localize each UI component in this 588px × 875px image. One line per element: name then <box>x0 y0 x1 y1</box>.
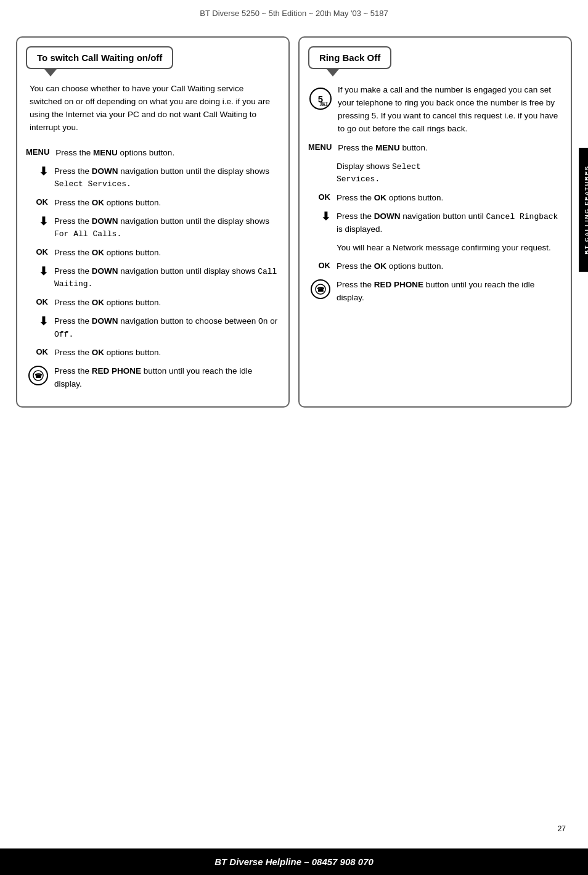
key-5-icon: 5 JKL <box>309 88 332 110</box>
left-step-ok4-text: Press the OK options button. <box>54 347 280 359</box>
left-step-ok2-label: OK <box>26 247 54 257</box>
red-phone-icon-left: ☎ <box>28 366 48 385</box>
sidebar-tab: BT CALLING FEATURES <box>579 148 588 272</box>
right-step-display-spacer <box>308 160 337 161</box>
left-step-phone-icon-cell: ☎ <box>26 365 54 385</box>
left-step-ok2: OK Press the OK options button. <box>23 247 282 259</box>
left-step-menu: MENU Press the MENU options button. <box>23 147 282 159</box>
left-step-down4-text: Press the DOWN navigation button to choo… <box>54 315 280 340</box>
right-step-network-spacer <box>308 242 337 242</box>
right-panel-title-box: Ring Back Off <box>308 46 391 69</box>
right-notch <box>327 69 339 76</box>
left-step-ok3-label: OK <box>26 297 54 306</box>
left-steps: MENU Press the MENU options button. ⬇ Pr… <box>17 147 288 390</box>
panels-wrapper: To switch Call Waiting on/off You can ch… <box>0 24 588 420</box>
right-step-phone-text: Press the RED PHONE button until you rea… <box>337 279 562 304</box>
right-steps: MENU Press the MENU button. Display show… <box>300 139 571 304</box>
down-arrow-icon-1: ⬇ <box>39 166 48 177</box>
down-arrow-icon-3: ⬇ <box>39 266 48 277</box>
left-step-down4: ⬇ Press the DOWN navigation button to ch… <box>23 315 282 340</box>
left-panel-title-box: To switch Call Waiting on/off <box>26 46 173 69</box>
left-panel-title-area: To switch Call Waiting on/off <box>17 38 288 76</box>
left-step-down2: ⬇ Press the DOWN navigation button until… <box>23 215 282 240</box>
svg-text:☎: ☎ <box>317 286 325 293</box>
right-step-ok2-text: Press the OK options button. <box>337 260 562 273</box>
right-panel: Ring Back Off 5 JKL If you make a call a… <box>298 36 572 408</box>
left-intro: You can choose whether to have your Call… <box>17 76 288 138</box>
left-intro-text: You can choose whether to have your Call… <box>30 84 270 132</box>
jkl-label: JKL <box>319 102 329 107</box>
left-step-ok1-text: Press the OK options button. <box>54 197 280 209</box>
left-step-down3-icon: ⬇ <box>26 265 54 277</box>
page: BT Diverse 5250 ~ 5th Edition ~ 20th May… <box>0 0 588 875</box>
svg-text:☎: ☎ <box>35 372 43 379</box>
right-intro-text: If you make a call and the number is eng… <box>338 84 561 136</box>
page-header: BT Diverse 5250 ~ 5th Edition ~ 20th May… <box>0 0 588 24</box>
left-step-down2-text: Press the DOWN navigation button until t… <box>54 215 280 240</box>
left-step-ok3-text: Press the OK options button. <box>54 297 280 309</box>
left-step-ok1: OK Press the OK options button. <box>23 197 282 209</box>
left-step-down2-icon: ⬇ <box>26 215 54 227</box>
left-step-menu-label: MENU <box>26 147 55 157</box>
down-arrow-icon-right1: ⬇ <box>321 211 330 222</box>
left-step-menu-text: Press the MENU options button. <box>55 147 280 159</box>
right-intro-row: 5 JKL If you make a call and the number … <box>300 76 571 139</box>
page-number: 27 <box>558 824 566 833</box>
down-arrow-icon-4: ⬇ <box>39 316 48 327</box>
right-step-ok2: OK Press the OK options button. <box>306 260 565 273</box>
right-step-network-text: You will hear a Network message confirmi… <box>337 242 562 254</box>
left-panel-title: To switch Call Waiting on/off <box>37 52 162 63</box>
left-step-ok1-label: OK <box>26 197 54 207</box>
right-step-phone: ☎ Press the RED PHONE button until you r… <box>306 279 565 304</box>
left-step-down1: ⬇ Press the DOWN navigation button until… <box>23 165 282 191</box>
left-step-ok3: OK Press the OK options button. <box>23 297 282 309</box>
down-arrow-icon-2: ⬇ <box>39 216 48 227</box>
right-step-network: You will hear a Network message confirmi… <box>306 242 565 254</box>
phone-svg-left: ☎ <box>33 370 44 381</box>
left-step-ok4: OK Press the OK options button. <box>23 347 282 359</box>
left-step-ok2-text: Press the OK options button. <box>54 247 280 259</box>
footer-bar: BT Diverse Helpline – 08457 908 070 <box>0 848 588 875</box>
left-step-down1-icon: ⬇ <box>26 165 54 177</box>
sidebar-tab-text: BT CALLING FEATURES <box>583 165 588 255</box>
page-number-text: 27 <box>558 824 566 833</box>
right-step-menu-text: Press the MENU button. <box>338 142 562 154</box>
right-step-phone-icon-cell: ☎ <box>308 279 337 299</box>
red-phone-icon-right: ☎ <box>311 279 330 299</box>
left-step-down1-text: Press the DOWN navigation button until t… <box>54 165 280 191</box>
left-step-phone-text: Press the RED PHONE button until you rea… <box>54 365 280 390</box>
header-title: BT Diverse 5250 ~ 5th Edition ~ 20th May… <box>200 9 388 18</box>
right-step-down1-icon: ⬇ <box>308 210 337 222</box>
right-step-down1-text: Press the DOWN navigation button until C… <box>337 210 562 236</box>
footer-text: BT Diverse Helpline – 08457 908 070 <box>214 857 374 867</box>
right-intro-content: If you make a call and the number is eng… <box>338 85 558 133</box>
right-panel-title-area: Ring Back Off <box>300 38 571 76</box>
right-step-ok1-label: OK <box>308 192 337 202</box>
left-step-down3: ⬇ Press the DOWN navigation button until… <box>23 265 282 290</box>
left-step-ok4-label: OK <box>26 347 54 356</box>
right-step-menu: MENU Press the MENU button. <box>306 142 565 154</box>
left-panel: To switch Call Waiting on/off You can ch… <box>16 36 290 408</box>
right-step-display: Display shows SelectServices. <box>306 160 565 186</box>
key-5-icon-cell: 5 JKL <box>309 88 332 110</box>
right-panel-title: Ring Back Off <box>319 52 380 63</box>
left-step-phone: ☎ Press the RED PHONE button until you r… <box>23 365 282 390</box>
right-step-down1: ⬇ Press the DOWN navigation button until… <box>306 210 565 236</box>
right-step-ok1: OK Press the OK options button. <box>306 192 565 204</box>
right-step-ok1-text: Press the OK options button. <box>337 192 562 204</box>
right-step-menu-label: MENU <box>308 142 338 152</box>
right-step-ok2-label: OK <box>308 260 337 270</box>
left-step-down3-text: Press the DOWN navigation button until d… <box>54 265 280 290</box>
phone-svg-right: ☎ <box>315 284 326 295</box>
right-step-display-text: Display shows SelectServices. <box>337 160 562 186</box>
left-notch <box>44 69 57 76</box>
left-step-down4-icon: ⬇ <box>26 315 54 327</box>
